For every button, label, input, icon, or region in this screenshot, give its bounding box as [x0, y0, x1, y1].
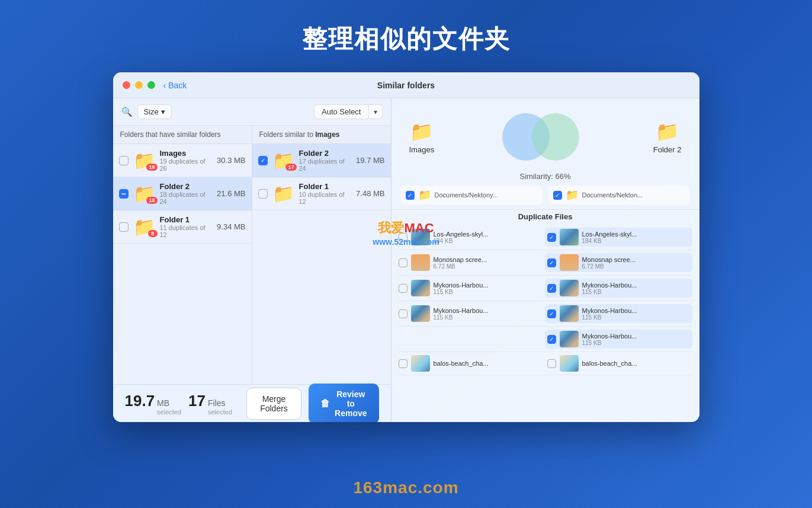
source-folders-column: Folders that have similar folders 📁 19 I… — [113, 126, 252, 384]
venn-circle-right — [532, 113, 579, 161]
folder-sub: 18 duplicates of 24 — [160, 191, 213, 205]
list-item[interactable]: − 📁 18 Folder 2 18 duplicates of 24 21.6… — [113, 177, 252, 210]
dup-left: Monosnap scree... 6.72 MB — [399, 254, 541, 271]
folder-size: 7.48 MB — [356, 189, 384, 198]
dup-info-left: Los-Angeles-skyl... 184 KB — [434, 231, 541, 244]
folder-sub: 10 duplicates of 12 — [299, 191, 352, 205]
table-row: balos-beach_cha... balos-beach_cha... — [399, 352, 692, 375]
dup-size: 115 KB — [582, 340, 690, 346]
dup-size: 115 KB — [582, 289, 690, 295]
back-button[interactable]: ‹ Back — [163, 81, 187, 90]
folder-checkbox[interactable] — [119, 222, 129, 232]
dup-right: ✓ Los-Angeles-skyl... 184 KB — [545, 228, 692, 247]
path-checkbox-left[interactable]: ✓ — [406, 191, 415, 200]
folder-checkbox-minus[interactable]: − — [119, 189, 129, 199]
chevron-down-icon: ▾ — [161, 107, 165, 116]
folder-sub: 19 duplicates of 26 — [160, 158, 213, 172]
minimize-button[interactable] — [135, 81, 143, 89]
size-filter-button[interactable]: Size ▾ — [137, 104, 172, 119]
auto-select-button[interactable]: Auto Select ▾ — [314, 104, 383, 119]
folder-name: Images — [160, 149, 213, 158]
dup-thumb-left — [411, 254, 430, 271]
auto-select-label[interactable]: Auto Select — [314, 105, 369, 119]
table-row: Mykonos-Harbou... 115 KB ✓ Mykonos-Harbo… — [399, 327, 692, 352]
badge: 17 — [285, 164, 296, 171]
dup-info-left: Mykonos-Harbou... 115 KB — [434, 307, 541, 321]
badge: 8 — [148, 230, 158, 237]
folder-info: Folder 2 18 duplicates of 24 — [160, 182, 213, 205]
window-title: Similar folders — [377, 81, 435, 90]
folder-name: Folder 1 — [160, 215, 213, 224]
dup-thumb-left — [411, 355, 430, 372]
similar-folders-column: Folders similar to Images ✓ 📁 17 Folder … — [252, 126, 391, 384]
left-panel: 🔍 Size ▾ Auto Select ▾ Folders that have… — [113, 98, 391, 422]
dup-name: balos-beach_cha... — [434, 360, 544, 367]
dup-size: 115 KB — [434, 289, 541, 295]
folder-size: 21.6 MB — [217, 189, 245, 198]
folder-icon-wrap: 📁 19 — [133, 152, 155, 170]
list-item[interactable]: 📁 Folder 1 10 duplicates of 12 7.48 MB — [252, 177, 391, 210]
folder-icon-wrap: 📁 18 — [133, 185, 155, 203]
size-label: Size — [144, 107, 159, 116]
venn-folder2-label: 📁 Folder 2 — [653, 120, 682, 154]
review-label: Review to Remove — [335, 389, 367, 418]
dup-checkbox-right[interactable]: ✓ — [547, 258, 556, 267]
venn-diagram — [496, 110, 591, 164]
folder-checkbox[interactable] — [119, 156, 129, 165]
dup-info-right: balos-beach_cha... — [582, 360, 692, 367]
dup-name: Mykonos-Harbou... — [434, 307, 541, 314]
path-row: ✓ 📁 Documents/Nektony... ✓ 📁 Documents/N… — [391, 186, 699, 209]
maximize-button[interactable] — [147, 81, 155, 89]
folder-columns: Folders that have similar folders 📁 19 I… — [113, 126, 391, 384]
dup-name: Mykonos-Harbou... — [582, 307, 690, 314]
dup-left: Los-Angeles-skyl... 184 KB — [399, 229, 541, 245]
chevron-left-icon: ‹ — [163, 81, 166, 90]
folder-size: 9.34 MB — [217, 222, 245, 231]
dup-thumb-right — [560, 229, 579, 245]
dup-name: Los-Angeles-skyl... — [582, 231, 690, 238]
merge-folders-button[interactable]: Merge Folders — [246, 388, 301, 420]
dup-checkbox-right[interactable] — [547, 359, 556, 368]
folder-name: Folder 1 — [299, 182, 352, 191]
path-checkbox-right[interactable]: ✓ — [553, 191, 562, 200]
folder-checkbox[interactable] — [258, 189, 268, 199]
venn-area: 📁 Images 📁 Folder 2 — [391, 98, 699, 170]
dup-thumb-right — [560, 254, 579, 271]
dup-right: ✓ Mykonos-Harbou... 115 KB — [545, 330, 692, 349]
list-item[interactable]: ✓ 📁 17 Folder 2 17 duplicates of 24 19.7… — [252, 144, 391, 177]
list-item[interactable]: 📁 19 Images 19 duplicates of 26 30.3 MB — [113, 144, 252, 177]
dup-checkbox-left[interactable] — [399, 309, 407, 318]
dup-checkbox-right[interactable]: ✓ — [547, 233, 556, 242]
dup-name: Mykonos-Harbou... — [582, 333, 690, 340]
right-panel: 📁 Images 📁 Folder 2 Similarity: 66% ✓ 📁 — [391, 98, 699, 422]
path-text-left: Documents/Nektony... — [435, 191, 498, 199]
dup-thumb-right — [560, 355, 579, 372]
dup-checkbox-right[interactable]: ✓ — [547, 335, 556, 344]
folder1-name: Images — [409, 145, 435, 154]
dup-checkbox-left[interactable] — [399, 284, 407, 293]
table-row: Los-Angeles-skyl... 184 KB ✓ Los-Angeles… — [399, 225, 692, 250]
dup-right: ✓ Mykonos-Harbou... 115 KB — [545, 279, 692, 298]
dup-thumb-right — [560, 305, 579, 322]
dup-checkbox-right[interactable]: ✓ — [547, 309, 556, 318]
auto-select-dropdown-icon[interactable]: ▾ — [369, 106, 382, 119]
folder-name: Folder 2 — [160, 182, 213, 191]
dup-name: Monosnap scree... — [582, 256, 690, 263]
list-item[interactable]: 📁 8 Folder 1 11 duplicates of 12 9.34 MB — [113, 210, 252, 244]
close-button[interactable] — [123, 81, 130, 89]
venn-folder1-label: 📁 Images — [409, 120, 435, 154]
selected-files-label: Files — [208, 398, 226, 408]
review-to-remove-button[interactable]: 🗑 Review to Remove — [309, 384, 378, 423]
selected-files-value: 17 — [188, 392, 206, 410]
dup-checkbox-left[interactable] — [399, 359, 407, 368]
dup-checkbox-right[interactable]: ✓ — [547, 284, 556, 293]
bottom-bar: 19.7 MB selected 17 Files selected Merge… — [113, 384, 391, 422]
folder-checkbox-checked[interactable]: ✓ — [258, 156, 268, 165]
path-folder-icon-right: 📁 — [566, 188, 579, 202]
dup-checkbox-left[interactable] — [399, 258, 407, 267]
dup-checkbox-left[interactable] — [399, 233, 407, 242]
files-stat: 17 Files selected — [188, 392, 232, 416]
dup-info-right: Mykonos-Harbou... 115 KB — [582, 282, 690, 295]
search-icon: 🔍 — [121, 107, 133, 117]
dup-left: Mykonos-Harbou... 115 KB — [399, 305, 541, 322]
